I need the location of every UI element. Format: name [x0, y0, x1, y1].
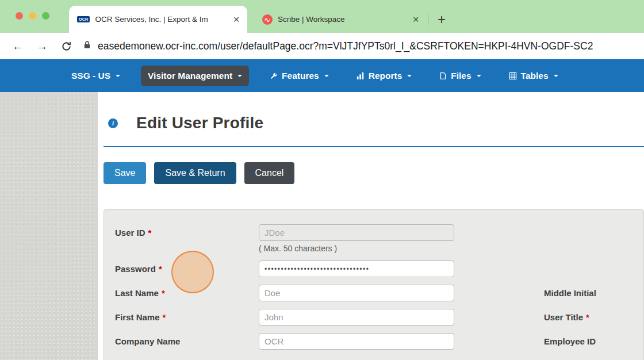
field-label-text: Password: [115, 264, 156, 274]
nav-label: Reports: [369, 71, 402, 81]
info-icon[interactable]: i: [108, 118, 118, 128]
nav-item-features[interactable]: Features: [263, 66, 336, 86]
wrench-icon: [270, 72, 278, 80]
company-name-label: Company Name: [115, 336, 259, 346]
tab-title: Scribe | Workspace: [278, 15, 405, 24]
password-input[interactable]: [259, 261, 454, 277]
bar-chart-icon: [356, 72, 365, 80]
first-name-input[interactable]: [259, 309, 454, 325]
nav-item-ssg-us[interactable]: SSG - US: [64, 66, 127, 86]
nav-item-files[interactable]: Files: [432, 66, 488, 86]
company-name-input[interactable]: [259, 333, 454, 350]
field-label-text: First Name: [115, 312, 160, 322]
reload-button[interactable]: [59, 41, 74, 52]
user-id-input[interactable]: [259, 224, 454, 241]
nav-label: SSG - US: [71, 71, 110, 81]
browser-toolbar: ← → easedemonew.ocr-inc.com/user/default…: [0, 33, 644, 59]
close-tab-icon[interactable]: ✕: [411, 15, 421, 24]
main-panel: i Edit User Profile Save Save & Return C…: [98, 92, 644, 360]
field-label-text: User Title: [544, 312, 583, 322]
page-content: i Edit User Profile Save Save & Return C…: [0, 92, 644, 360]
field-label-text: User ID: [115, 228, 145, 238]
nav-label: Features: [282, 71, 319, 81]
user-id-field: ( Max. 50 characters ): [259, 224, 454, 253]
page-title: Edit User Profile: [136, 114, 263, 132]
close-window-button[interactable]: [16, 12, 23, 20]
chevron-down-icon: [237, 75, 242, 77]
scribe-favicon-icon: [262, 14, 273, 25]
chevron-down-icon: [116, 75, 120, 77]
chevron-down-icon: [407, 75, 412, 77]
user-id-label: User ID*: [115, 224, 259, 238]
save-and-return-button[interactable]: Save & Return: [154, 162, 236, 184]
nav-label: Tables: [521, 71, 549, 81]
url-text: easedemonew.ocr-inc.com/user/defaultPage…: [98, 40, 593, 52]
browser-window: OCR OCR Services, Inc. | Export & Im ✕ S…: [0, 0, 644, 360]
password-label: Password*: [115, 264, 259, 274]
user-title-label: User Title*: [544, 312, 589, 322]
tab-title: OCR Services, Inc. | Export & Im: [95, 15, 226, 24]
user-id-helper-text: ( Max. 50 characters ): [259, 244, 454, 253]
company-name-field: [259, 333, 454, 350]
required-asterisk: *: [586, 312, 589, 322]
user-profile-form: User ID* ( Max. 50 characters ) Password…: [103, 209, 644, 360]
required-asterisk: *: [148, 228, 152, 238]
tab-ocr-services[interactable]: OCR OCR Services, Inc. | Export & Im ✕: [69, 6, 247, 33]
password-field: [259, 261, 454, 277]
chevron-down-icon: [324, 75, 329, 77]
form-row-company-name: Company Name Employee ID: [115, 333, 643, 350]
table-icon: [509, 72, 517, 80]
new-tab-button[interactable]: +: [434, 13, 449, 26]
employee-id-label: Employee ID: [544, 336, 599, 346]
forward-button[interactable]: →: [34, 40, 49, 52]
field-label-text: Middle Initial: [544, 288, 596, 298]
last-name-input[interactable]: [259, 285, 454, 301]
middle-initial-label: Middle Initial: [544, 288, 599, 298]
chevron-down-icon: [477, 75, 481, 77]
file-icon: [439, 72, 447, 80]
tab-strip: OCR OCR Services, Inc. | Export & Im ✕ S…: [0, 0, 644, 33]
page-header: i Edit User Profile: [103, 109, 644, 146]
form-row-first-name: First Name* User Title*: [115, 309, 643, 325]
first-name-field: [259, 309, 454, 325]
action-buttons: Save Save & Return Cancel: [103, 162, 644, 184]
tab-scribe[interactable]: Scribe | Workspace ✕: [254, 6, 427, 33]
chevron-down-icon: [554, 75, 558, 77]
lock-icon: [83, 40, 91, 52]
required-asterisk: *: [159, 264, 162, 274]
nav-label: Files: [451, 71, 471, 81]
header-divider: [103, 146, 644, 147]
save-button[interactable]: Save: [103, 162, 146, 184]
ocr-favicon-icon: OCR: [77, 16, 90, 22]
traffic-lights: [16, 12, 49, 20]
cancel-button[interactable]: Cancel: [244, 162, 295, 184]
first-name-label: First Name*: [115, 312, 259, 322]
minimize-window-button[interactable]: [29, 12, 36, 20]
form-row-last-name: Last Name* Middle Initial: [115, 285, 643, 301]
back-button[interactable]: ←: [10, 40, 25, 52]
form-row-user-id: User ID* ( Max. 50 characters ): [115, 224, 643, 253]
zoom-window-button[interactable]: [42, 12, 49, 20]
nav-item-reports[interactable]: Reports: [350, 66, 419, 86]
field-label-text: Last Name: [115, 288, 159, 298]
required-asterisk: *: [163, 312, 166, 322]
close-tab-icon[interactable]: ✕: [231, 15, 241, 24]
last-name-field: [259, 285, 454, 301]
field-label-text: Company Name: [115, 336, 180, 346]
tab-divider: [428, 13, 428, 25]
required-asterisk: *: [162, 288, 165, 298]
form-row-password: Password*: [115, 261, 643, 277]
app-navbar: SSG - US Visitor Management Features Rep…: [0, 59, 644, 92]
nav-item-tables[interactable]: Tables: [502, 66, 565, 86]
last-name-label: Last Name*: [115, 288, 259, 298]
address-bar[interactable]: easedemonew.ocr-inc.com/user/defaultPage…: [83, 40, 634, 52]
field-label-text: Employee ID: [544, 336, 596, 346]
nav-label: Visitor Management: [148, 71, 232, 81]
nav-item-visitor-management[interactable]: Visitor Management: [141, 66, 249, 86]
